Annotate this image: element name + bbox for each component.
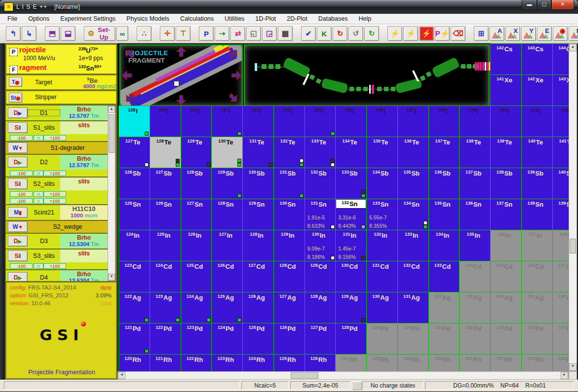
projectile-fragment-minimap[interactable]: PROJECTILE FRAGMENT (119, 44, 243, 107)
quad-magnet[interactable] (363, 87, 368, 91)
nuclide-135In[interactable]: 135In (459, 230, 491, 261)
nuclide-130Cd[interactable]: 130Cd (335, 261, 367, 292)
slit-marker[interactable] (369, 85, 371, 94)
s2-slits-icon-button[interactable]: SⅡ (8, 178, 28, 189)
quad-magnet[interactable] (425, 71, 431, 77)
nuclide-129Sn[interactable]: 129Sn (242, 199, 274, 230)
s1-degrader-icon-button[interactable]: W▼ (8, 143, 28, 153)
slit-value-box[interactable]: +100 (43, 135, 66, 141)
nuclide-126In[interactable]: 126In (181, 230, 212, 261)
nuclide-134Cd[interactable]: 134Cd (459, 261, 491, 292)
nuclide-127Sb[interactable]: 127Sb (150, 168, 181, 199)
nuclide-136Sb[interactable]: 136Sb (428, 168, 460, 199)
nuclide-133Te[interactable]: 133Te (305, 137, 336, 168)
nuclide-132Te[interactable]: 132Te (273, 137, 305, 168)
nuclide-130Ag[interactable]: 130Ag (366, 292, 398, 323)
nuclide-127Rh[interactable]: 127Rh (335, 354, 367, 371)
nuclide-132Cd[interactable]: 132Cd (397, 261, 429, 292)
quad-magnet[interactable] (262, 64, 267, 69)
beamline-scheme-panel[interactable] (244, 44, 490, 107)
nuclide-131Rh[interactable]: 131Rh (459, 354, 491, 371)
nuclide-135Sn[interactable]: 135Sn (428, 199, 460, 230)
nuclide-136I[interactable]: 136I (366, 106, 398, 137)
nuclide-125Ag[interactable]: 125Ag (211, 292, 243, 323)
slit-value-box[interactable]: +100 (43, 263, 66, 269)
calc-one-bolt-button[interactable]: ⚡ (387, 26, 402, 41)
transport-exchange-button[interactable]: ⇄ (231, 26, 245, 41)
kinematics-k-button[interactable]: K (317, 26, 332, 41)
nuclide-121Pd[interactable]: 121Pd (118, 323, 150, 355)
nuclide-137Sn[interactable]: 137Sn (490, 199, 522, 230)
nuclide-128I[interactable]: 128I (118, 106, 150, 137)
nuclide-129Pd[interactable]: 129Pd (366, 323, 398, 355)
menu-help[interactable]: Help (353, 14, 377, 23)
nuclide-135Cd[interactable]: 135Cd (490, 261, 522, 292)
slit-marker[interactable] (485, 62, 486, 71)
nuclide-126Sn[interactable]: 126Sn (150, 199, 181, 230)
optics-frame-button[interactable]: ◱ (246, 26, 261, 41)
nuclide-126Cd[interactable]: 126Cd (211, 261, 243, 292)
nuclide-124Rh[interactable]: 124Rh (242, 354, 274, 371)
nuclide-126Ag[interactable]: 126Ag (242, 292, 274, 323)
slit-value-box[interactable]: +100 (43, 198, 66, 204)
menu-utilities[interactable]: Utilities (219, 14, 250, 23)
calc-p-bolt-button[interactable]: P⚡ (435, 26, 450, 41)
nuclide-122Pd[interactable]: 122Pd (150, 323, 181, 355)
nuclide-132Rh[interactable]: 132Rh (490, 354, 522, 371)
nuclide-122Ag[interactable]: 122Ag (118, 292, 150, 323)
nuclide-139Sb[interactable]: 139Sb (521, 168, 553, 199)
nuclide-125Sn[interactable]: 125Sn (118, 199, 150, 230)
scroll-down-button[interactable]: ▼ (108, 274, 115, 281)
quad-magnet[interactable] (461, 64, 465, 69)
slit-value-box[interactable]: -100 (10, 263, 33, 269)
nuclide-135Te[interactable]: 135Te (366, 137, 398, 168)
nuclide-143Cs[interactable]: 143Cs (521, 43, 553, 75)
plot-a-button[interactable]: A (490, 26, 504, 41)
nuclide-133Sn[interactable]: 133Sn5.55e-78.355% (366, 199, 398, 230)
menu-file[interactable]: File (2, 14, 23, 23)
nuclide-131Pd[interactable]: 131Pd (428, 323, 460, 355)
nuclide-134I[interactable]: 134I (305, 106, 336, 137)
calc-cell-bolt-button[interactable]: ⚡ (403, 26, 418, 41)
nuclide-133Cd[interactable]: 133Cd (428, 261, 460, 292)
scroll-up-button[interactable]: ▲ (108, 106, 115, 113)
detector-marker[interactable] (480, 62, 482, 71)
nuclide-135Sb[interactable]: 135Sb (397, 168, 429, 199)
slit-value-box[interactable]: -100 (10, 171, 33, 176)
nuclide-125Rh[interactable]: 125Rh (273, 354, 305, 371)
nuclide-129Te[interactable]: 129Te (181, 137, 212, 168)
quad-magnet[interactable] (349, 87, 354, 91)
nuclide-140Sb[interactable]: 140Sb (552, 168, 569, 199)
nuclide-129Cd[interactable]: 129Cd (305, 261, 336, 292)
nuclide-137Sb[interactable]: 137Sb (459, 168, 491, 199)
nuclide-126Rh[interactable]: 126Rh (305, 354, 336, 371)
nuclide-134Pd[interactable]: 134Pd (521, 323, 553, 355)
nuclide-137Te[interactable]: 137Te (428, 137, 460, 168)
nuclide-138Sn[interactable]: 138Sn (521, 199, 553, 230)
menu-calculations[interactable]: Calculations (175, 14, 219, 23)
nuclide-140I[interactable]: 140I (490, 106, 522, 137)
nuclide-128Cd[interactable]: 128Cd (273, 261, 305, 292)
nuclide-122Rh[interactable]: 122Rh (181, 354, 212, 371)
nuclide-130In[interactable]: 130In9.09e-78.186% (305, 230, 336, 261)
nuclide-136In[interactable]: 136In (490, 230, 522, 261)
slit-value-box[interactable]: -100 (10, 135, 33, 141)
target-icon-button[interactable]: T⬤ (9, 77, 22, 87)
goodies-hammer-button[interactable]: ⊤ (176, 26, 191, 41)
nuclide-128Te[interactable]: 128Te (150, 137, 181, 168)
stripper-block[interactable]: St⬤ Stripper (6, 91, 116, 104)
nuclide-125Pd[interactable]: 125Pd (242, 323, 274, 355)
nuclide-127Ag[interactable]: 127Ag (273, 292, 305, 323)
chart-scroll-up-button[interactable]: ▲ (569, 44, 577, 51)
minimize-button[interactable]: ▬ (522, 0, 537, 10)
quad-magnet[interactable] (315, 78, 321, 84)
detector-marker[interactable] (475, 62, 477, 71)
menu-databases[interactable]: Databases (313, 14, 353, 23)
save-file-button[interactable]: ↳ (22, 26, 37, 41)
nuclide-134Sb[interactable]: 134Sb (366, 168, 398, 199)
nuclide-142I[interactable]: 142I (552, 106, 569, 137)
plot-y-button[interactable]: Y (521, 26, 536, 41)
nuclide-132Pd[interactable]: 132Pd (459, 323, 491, 355)
detector-marker[interactable] (482, 62, 484, 71)
options-preview-button[interactable]: ⬒ (45, 26, 60, 41)
